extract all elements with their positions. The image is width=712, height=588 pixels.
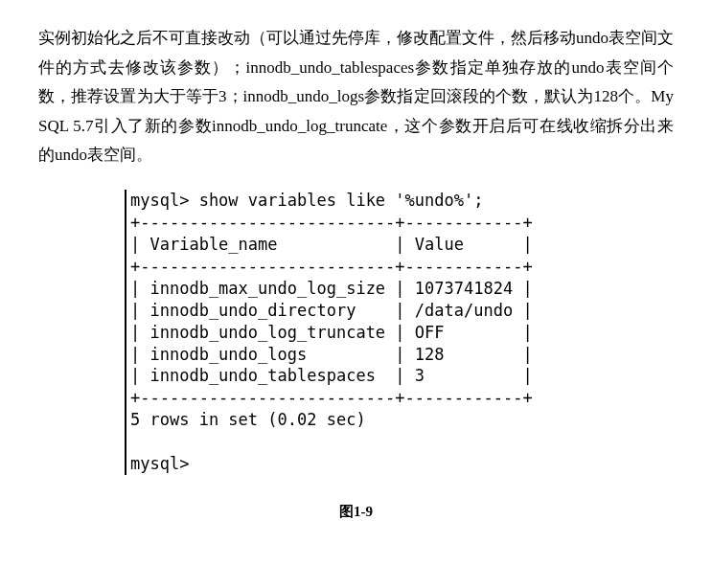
body-paragraph: 实例初始化之后不可直接改动（可以通过先停库，修改配置文件，然后移动undo表空间… <box>38 24 674 170</box>
figure-caption: 图1-9 <box>38 499 674 525</box>
terminal-output: mysql> show variables like '%undo%'; +--… <box>125 190 674 475</box>
